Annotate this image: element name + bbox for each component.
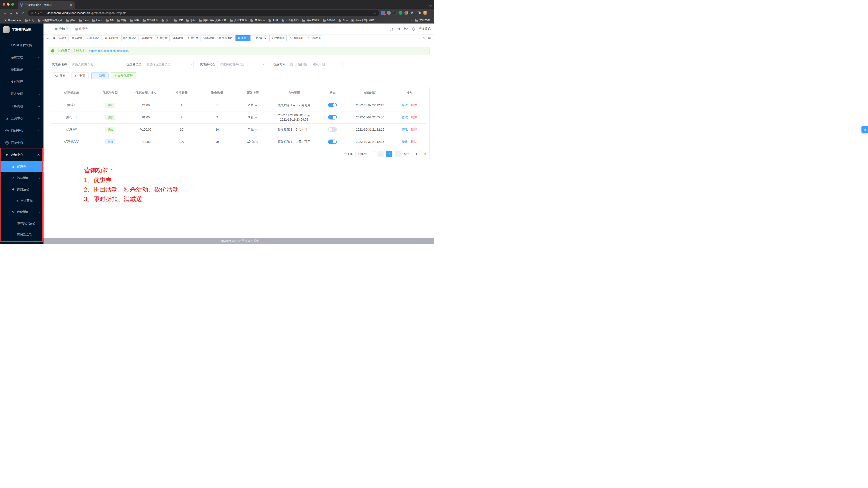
bookmark-item[interactable]: 博客未整理 [301,18,321,23]
sidebar-item[interactable]: 工作流程 [0,100,43,112]
page-size-select[interactable]: 10条/页 [355,151,375,157]
minimize-window-button[interactable] [7,3,9,6]
sidebar-item[interactable]: C 订单中心 [0,137,43,149]
language-icon[interactable]: 文A [402,25,410,33]
sidebar-item[interactable]: 基础设施 [0,63,43,76]
goto-page-input[interactable] [412,151,421,157]
member-coupon-button[interactable]: ≡ 会员优惠券 [111,72,136,79]
sidebar-subitem[interactable]: ◷ 拼团商品 [0,195,43,206]
bookmark-item[interactable]: IDE [173,18,184,23]
bookmark-item[interactable]: 其他语言 [249,18,267,23]
sidebar-subitem[interactable]: ▣ 优惠券 [0,161,43,172]
sidebar-item[interactable]: 报表管理 [0,88,43,100]
bookmark-item[interactable]: 运营 [23,18,36,23]
notification-bell-icon[interactable] [410,25,417,33]
sidebar-item[interactable]: Cloud 开发文档 [0,39,43,51]
address-bar[interactable]: ⚠ 不安全 dashboard-vue3.yudao.iocoder.cn/pr… [28,10,379,16]
browser-menu-icon[interactable]: ⋮ [429,11,432,15]
coupon-name-input[interactable] [69,61,120,68]
sidebar-subitem[interactable]: ⚒ 砍价活动 [0,206,43,218]
create-time-range-picker[interactable]: 开始日期 – 结束日期 [288,61,342,68]
page-tab[interactable]: ◉ 商品详情 [103,35,120,41]
sidebar-item[interactable]: ⊞ 营销中心 [0,149,43,161]
bookmark-star-icon[interactable]: ☆ [374,11,376,15]
page-tab[interactable]: ▣ 优惠券 [236,35,250,41]
extension-icon[interactable] [399,11,402,15]
coupon-type-select[interactable]: 请选择优惠券类型 [144,61,194,68]
delete-link[interactable]: 删除 [411,115,417,119]
page-tab[interactable]: 订单详情 [202,35,216,41]
bookmark-item[interactable]: 生活 [337,18,349,23]
close-window-button[interactable] [3,3,5,6]
bookmark-item[interactable]: Java [78,18,90,23]
edit-link[interactable]: 修改 [402,140,408,143]
page-tab[interactable]: 会员详情 [69,35,84,41]
bookmark-item[interactable]: 资讯未整理 [228,18,249,23]
bookmark-item[interactable]: Java开发|小组首... [350,18,378,23]
bookmark-item[interactable]: 近期需要读的文章 [36,18,64,23]
sidebar-subitem[interactable]: 限时折扣活动 [0,218,43,229]
sidebar-item[interactable]: 系统管理 [0,51,43,63]
page-tab[interactable]: ▣ 会员标签 [51,35,68,41]
bookmark-item[interactable]: 设计 [160,18,173,23]
reload-icon[interactable]: ↻ [14,10,20,16]
next-page-icon[interactable]: › [395,151,401,157]
status-toggle[interactable] [328,103,337,107]
extension-icon[interactable] [404,11,408,15]
bookmark-item[interactable]: 游戏 [128,18,141,23]
sidebar-subitem[interactable]: 满减送活动 [0,229,43,240]
delete-link[interactable]: 删除 [411,127,417,131]
sidebar-panel-icon[interactable] [416,11,421,15]
doc-link[interactable]: https://doc.iocoder.cn/mall/build/ [89,49,129,53]
refresh-page-icon[interactable] [423,36,426,40]
page-tab[interactable]: ◔ 秒杀时段 [252,35,268,41]
current-page-number[interactable]: 1 [386,151,392,157]
page-tab[interactable]: 订单详情 [140,35,154,41]
page-tab[interactable]: 订单详情 [186,35,200,41]
sidebar-subitem[interactable]: ♙ 秒杀活动 [0,172,43,184]
bookmark-item[interactable]: 文件服务器 [280,18,300,23]
extension-icon[interactable] [393,11,397,15]
bookmark-item[interactable]: 软件/硬件 [141,18,160,23]
scroll-left-icon[interactable]: « [46,36,50,40]
prev-page-icon[interactable]: ‹ [377,151,383,157]
status-toggle[interactable] [328,140,337,144]
bookmark-item[interactable]: DB [104,18,115,23]
tab-search-chevron-icon[interactable] [429,4,432,6]
bookmark-item[interactable]: 前端 [116,18,128,23]
fullscreen-icon[interactable] [388,25,395,33]
reset-button[interactable]: 重置 [71,72,89,79]
profile-avatar[interactable] [423,11,427,15]
collapse-sidebar-icon[interactable] [47,26,52,32]
page-tab[interactable]: ▤ 订单列表 [121,35,139,41]
page-tab[interactable]: ○ 商品列表 [85,35,102,41]
extensions-puzzle-icon[interactable] [410,11,415,15]
share-icon[interactable] [369,11,372,15]
delete-link[interactable]: 删除 [411,103,417,107]
page-tab[interactable]: 会员优惠券 [306,35,323,41]
bookmark-item[interactable]: 搜索 [65,18,77,23]
app-logo[interactable]: 芋道管理系统 [0,24,43,36]
status-toggle[interactable] [328,115,337,119]
bookmark-item[interactable]: 网站/博客/文章/工具 [198,18,228,23]
status-toggle[interactable] [328,127,337,132]
bookmark-item[interactable]: PHP [267,18,280,23]
delete-link[interactable]: 删除 [411,140,417,143]
zoom-window-button[interactable] [11,3,14,6]
sidebar-item[interactable]: ♟ 会员中心 [0,112,43,124]
sidebar-subitem[interactable]: ⚉ 拼团活动 [0,184,43,195]
bookmark-item[interactable]: 项目 [185,18,197,23]
font-size-icon[interactable]: Tt [395,25,402,33]
browser-tab[interactable]: 芋道管理系统 - 优惠券 × [18,1,75,9]
extension-icon[interactable] [387,11,391,15]
bookmarks-overflow-icon[interactable]: » [409,19,413,22]
other-bookmarks[interactable]: 其他书签 [414,18,431,23]
edit-link[interactable]: 修改 [402,115,408,119]
page-tab[interactable]: ▤ 售后退款 [217,35,235,41]
edit-link[interactable]: 修改 [402,127,408,131]
edit-link[interactable]: 修改 [402,103,408,107]
close-tab-icon[interactable]: × [69,3,73,7]
home-icon[interactable]: ⌂ [20,10,26,16]
forward-icon[interactable]: → [8,10,14,16]
current-user[interactable]: 芋道源码 [418,27,431,31]
